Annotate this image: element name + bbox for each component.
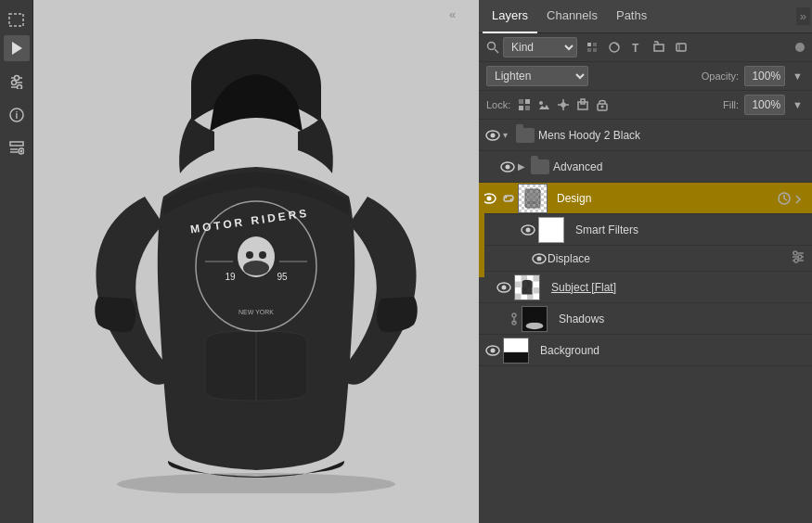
svg-text:95: 95 — [277, 272, 288, 282]
svg-point-12 — [19, 150, 22, 153]
svg-point-70 — [793, 251, 797, 255]
layer-eye-background[interactable] — [483, 340, 503, 361]
svg-point-28 — [488, 43, 496, 50]
svg-point-66 — [526, 227, 531, 232]
type-filter-btn[interactable]: T — [627, 38, 646, 57]
layer-subject-flat[interactable]: Subject [Flat] — [479, 272, 812, 303]
svg-point-86 — [512, 313, 516, 317]
layer-eye-advanced[interactable] — [497, 157, 518, 177]
svg-point-58 — [487, 196, 492, 200]
svg-rect-91 — [522, 307, 547, 323]
design-chevron-icon[interactable] — [793, 192, 805, 205]
svg-point-15 — [117, 473, 395, 493]
svg-rect-78 — [515, 275, 522, 282]
lock-artboard-btn[interactable] — [574, 96, 591, 113]
layer-name-background: Background — [540, 344, 808, 357]
lock-position-btn[interactable] — [555, 96, 572, 113]
right-panel: « Layers Channels Paths ≡ Kind — [479, 0, 812, 523]
shape-filter-btn[interactable] — [650, 38, 668, 57]
tab-channels[interactable]: Channels — [537, 0, 607, 33]
lock-label: Lock: — [486, 99, 510, 110]
lock-all-btn[interactable] — [594, 96, 611, 113]
layer-design[interactable]: Design — [479, 183, 812, 214]
svg-point-20 — [243, 261, 269, 275]
rectangle-select-tool[interactable] — [4, 7, 30, 33]
svg-rect-39 — [677, 44, 686, 51]
svg-text:i: i — [15, 110, 18, 121]
layers-panel: « Layers Channels Paths ≡ Kind — [479, 0, 812, 523]
layer-eye-shadows[interactable] — [486, 309, 507, 329]
collapse-right-btn[interactable]: » — [796, 7, 810, 25]
canvas-area: MOTOR RIDERS 19 95 NEW YORK — [33, 0, 479, 523]
svg-point-54 — [491, 133, 496, 137]
layer-name-advanced: Advanced — [553, 160, 808, 173]
search-icon — [486, 41, 499, 54]
layer-eye-mens-hoody[interactable] — [483, 125, 503, 146]
blend-mode-select[interactable]: Lighten — [486, 66, 588, 86]
play-button-tool[interactable] — [4, 35, 30, 61]
pixel-filter-btn[interactable] — [583, 38, 601, 57]
blend-row: Lighten Opacity: ▼ — [479, 62, 812, 91]
info-tool[interactable]: i — [4, 102, 30, 128]
svg-point-56 — [506, 164, 510, 169]
tab-layers[interactable]: Layers — [483, 0, 537, 33]
lock-image-btn[interactable] — [535, 96, 552, 113]
layer-background[interactable]: Background — [479, 335, 812, 366]
layer-name-shadows: Shadows — [559, 313, 808, 325]
layer-name-subject-flat: Subject [Flat] — [551, 281, 808, 294]
layer-comp-tool[interactable] — [4, 135, 30, 161]
svg-rect-31 — [593, 43, 597, 46]
kind-filter-select[interactable]: Kind — [503, 37, 577, 57]
layer-eye-displace[interactable] — [531, 249, 548, 269]
layer-mens-hoody[interactable]: ▾ Mens Hoody 2 Black — [479, 120, 812, 151]
svg-rect-43 — [519, 106, 523, 110]
svg-text:19: 19 — [225, 272, 236, 282]
adjustment-filter-btn[interactable] — [605, 38, 624, 57]
adjustment-tool[interactable] — [4, 69, 30, 95]
layer-thumb-shadows — [522, 306, 548, 332]
svg-rect-32 — [587, 48, 591, 52]
lock-transparent-btn[interactable] — [516, 96, 533, 113]
svg-rect-81 — [534, 281, 540, 287]
layer-advanced[interactable]: ▶ Advanced — [479, 151, 812, 183]
layer-expand-mens-hoody[interactable]: ▾ — [503, 130, 516, 140]
design-clock-icon[interactable] — [778, 192, 791, 205]
layer-thumb-subject-flat — [514, 274, 540, 300]
layer-eye-smart-filters[interactable] — [518, 220, 538, 240]
opacity-chevron[interactable]: ▼ — [791, 70, 805, 82]
layer-shadows[interactable]: Shadows — [479, 303, 812, 335]
fill-chevron[interactable]: ▼ — [791, 99, 805, 110]
hoodie-image: MOTOR RIDERS 19 95 NEW YORK — [71, 30, 442, 493]
svg-rect-60 — [528, 193, 537, 200]
layers-list: ▾ Mens Hoody 2 Black ▶ Advanced — [479, 120, 812, 523]
lock-icons-group — [516, 96, 611, 113]
layer-name-smart-filters: Smart Filters — [575, 223, 808, 236]
left-toolbar: i — [0, 0, 33, 523]
layer-expand-advanced[interactable]: ▶ — [518, 161, 531, 172]
svg-point-76 — [502, 285, 507, 289]
folder-icon-advanced — [531, 159, 549, 174]
tab-bar: Layers Channels Paths ≡ — [479, 0, 812, 33]
design-right-icons — [778, 192, 805, 205]
svg-point-5 — [11, 81, 16, 85]
opacity-input[interactable] — [744, 66, 785, 86]
tab-paths[interactable]: Paths — [607, 0, 656, 33]
filter-row: Kind — [479, 33, 812, 62]
filter-icons-group: T — [583, 38, 690, 57]
layer-thumb-smart-filters — [538, 217, 564, 243]
shadows-chain-icon — [507, 313, 522, 325]
layer-displace[interactable]: Displace — [479, 246, 812, 272]
displace-settings-icon[interactable] — [792, 250, 805, 267]
svg-rect-36 — [654, 45, 664, 51]
layer-smart-filters[interactable]: Smart Filters — [479, 214, 812, 246]
svg-rect-42 — [525, 99, 530, 104]
fill-input[interactable] — [744, 95, 785, 115]
lock-row: Lock: — [479, 91, 812, 120]
svg-rect-30 — [587, 43, 591, 46]
svg-rect-95 — [504, 351, 528, 362]
filter-toggle-dot[interactable] — [795, 43, 805, 52]
smart-obj-filter-btn[interactable] — [672, 38, 690, 57]
svg-marker-1 — [12, 42, 22, 55]
svg-point-45 — [539, 101, 543, 105]
layer-eye-subject-flat[interactable] — [494, 277, 514, 298]
